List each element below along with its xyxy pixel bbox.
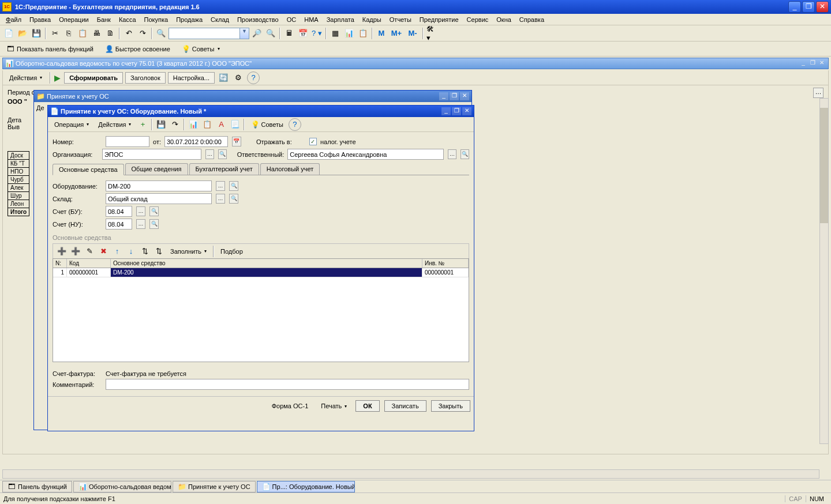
tips-button[interactable]: 💡Советы▾ [178, 43, 224, 55]
help-icon-2[interactable]: ? [289, 118, 301, 131]
menu-cash[interactable]: Касса [115, 15, 140, 24]
equip-input[interactable]: DM-200 [106, 180, 212, 191]
close-button-form[interactable]: Закрыть [431, 400, 470, 412]
grid-fill-button[interactable]: Заполнить▾ [166, 246, 211, 257]
win1-maximize[interactable]: ❐ [450, 92, 459, 100]
undo-icon[interactable]: ↶ [122, 27, 135, 40]
equip-select-button[interactable]: … [216, 181, 225, 191]
calc-icon[interactable]: 🖩 [283, 27, 295, 40]
menu-bank[interactable]: Банк [93, 15, 114, 24]
task-report[interactable]: 📊Оборотно-сальдовая ведом... [73, 481, 171, 492]
preview-icon[interactable]: 🗎 [104, 27, 117, 40]
table-icon[interactable]: ▦ [329, 27, 342, 40]
dt-icon[interactable]: 📊 [187, 118, 200, 131]
win2-close[interactable]: ✕ [462, 107, 471, 115]
grid-add-icon[interactable]: ➕ [55, 245, 68, 258]
task-os-list[interactable]: 📁Принятие к учету ОС [173, 481, 256, 492]
acct-nu-input[interactable]: 08.04 [106, 219, 132, 230]
tips-button-2[interactable]: 💡Советы [247, 119, 287, 130]
menu-purchase[interactable]: Покупка [141, 15, 172, 24]
mdi-minimize[interactable]: _ [799, 59, 807, 67]
menu-hr[interactable]: Кадры [359, 15, 385, 24]
col-inv[interactable]: Инв. № [422, 259, 469, 268]
copy-icon[interactable]: ⎘ [62, 27, 75, 40]
menu-help[interactable]: Справка [516, 15, 548, 24]
cut-icon[interactable]: ✂ [48, 27, 61, 40]
calendar-button[interactable]: 📅 [232, 137, 241, 146]
task-panel[interactable]: 🗔Панель функций [2, 481, 72, 492]
tab-nu[interactable]: Налоговый учет [260, 163, 320, 175]
save-button[interactable]: Записать [384, 400, 426, 412]
help-icon[interactable]: ? [247, 72, 260, 84]
help-dd-icon[interactable]: ? ▾ [310, 27, 323, 40]
report-actions-button[interactable]: Действия▾ [5, 73, 46, 83]
expand-button[interactable]: … [813, 88, 823, 98]
window1-titlebar[interactable]: 📁 Принятие к учету ОС _ ❐ ✕ [34, 91, 471, 102]
grid-row-1[interactable]: 1 000000001 DM-200 000000001 [53, 268, 469, 277]
menu-reports[interactable]: Отчеты [386, 15, 415, 24]
quick-learn-button[interactable]: 👤Быстрое освоение [101, 43, 174, 55]
menu-operations[interactable]: Операции [55, 15, 92, 24]
new-icon[interactable]: 📄 [2, 27, 15, 40]
redo-icon[interactable]: ↷ [136, 27, 149, 40]
acct-bu-search-button[interactable]: 🔍 [149, 206, 159, 216]
org-select-button[interactable]: … [205, 149, 214, 159]
menu-sale[interactable]: Продажа [173, 15, 206, 24]
find-next-icon[interactable]: 🔎 [250, 27, 263, 40]
config-icon[interactable]: ⚙ [232, 72, 245, 84]
resp-select-button[interactable]: … [448, 149, 456, 159]
report-icon[interactable]: 📊 [343, 27, 355, 40]
win2-minimize[interactable]: _ [441, 107, 451, 115]
resp-search-button[interactable]: 🔍 [461, 149, 469, 159]
show-panel-button[interactable]: 🗔Показать панель функций [2, 43, 98, 55]
org-input[interactable]: ЭПОС [102, 149, 201, 160]
menu-windows[interactable]: Окна [493, 15, 515, 24]
horizontal-scrollbar[interactable] [2, 469, 819, 479]
m-button[interactable]: М [375, 27, 388, 40]
mdi-close[interactable]: ✕ [818, 59, 826, 67]
doc-icon[interactable]: 📋 [357, 27, 369, 40]
org-search-button[interactable]: 🔍 [218, 149, 227, 159]
col-code[interactable]: Код [67, 259, 111, 268]
menu-salary[interactable]: Зарплата [323, 15, 358, 24]
window2-titlebar[interactable]: 📄 Принятие к учету ОС: Оборудование. Нов… [48, 106, 474, 117]
grid-edit-icon[interactable]: ✎ [83, 245, 96, 258]
tax-checkbox[interactable]: ✓ [309, 138, 317, 145]
win1-actions[interactable]: Де [36, 104, 44, 111]
chevron-down-icon[interactable]: ▼ [239, 28, 249, 39]
grid-down-icon[interactable]: ↓ [125, 245, 137, 258]
task-os-accept[interactable]: 📄Пр...: Оборудование. Новый * [257, 481, 355, 492]
tab-bu[interactable]: Бухгалтерский учет [189, 163, 259, 175]
open-icon[interactable]: 📂 [16, 27, 29, 40]
tab-os[interactable]: Основные средства [53, 164, 124, 175]
paste-icon[interactable]: 📋 [76, 27, 89, 40]
post-icon[interactable]: ↷ [169, 118, 181, 131]
wh-input[interactable]: Общий склад [106, 193, 212, 204]
win1-close[interactable]: ✕ [460, 92, 469, 100]
wh-search-button[interactable]: 🔍 [229, 194, 238, 204]
menu-nma[interactable]: НМА [301, 15, 321, 24]
print-icon[interactable]: 🖶 [90, 27, 103, 40]
col-n[interactable]: N: [53, 259, 67, 268]
save-doc-icon[interactable]: 💾 [155, 118, 167, 131]
operation-button[interactable]: Операция▾ [50, 119, 93, 130]
form-report-button[interactable]: Сформировать [64, 72, 123, 84]
grid-sort-icon[interactable]: ⇅ [138, 245, 151, 258]
header-button[interactable]: Заголовок [125, 72, 166, 84]
maximize-button[interactable]: ❐ [802, 1, 815, 13]
refresh-icon[interactable]: 🔄 [217, 72, 230, 84]
acct-bu-select-button[interactable]: … [136, 206, 145, 216]
wh-select-button[interactable]: … [216, 194, 225, 204]
form-os1-button[interactable]: Форма ОС-1 [268, 400, 313, 412]
mplus-button[interactable]: М+ [389, 27, 404, 40]
menu-os[interactable]: ОС [283, 15, 300, 24]
mdi-restore[interactable]: ❐ [808, 59, 817, 67]
grid-sort2-icon[interactable]: ⇅ [152, 245, 165, 258]
mminus-button[interactable]: М- [405, 27, 420, 40]
list-icon[interactable]: 📃 [229, 118, 241, 131]
minimize-button[interactable]: _ [788, 1, 801, 13]
acct-nu-select-button[interactable]: … [136, 219, 145, 229]
settings-button[interactable]: Настройка... [168, 72, 215, 84]
vertical-scrollbar[interactable] [819, 98, 829, 444]
kt-icon[interactable]: 📋 [201, 118, 214, 131]
